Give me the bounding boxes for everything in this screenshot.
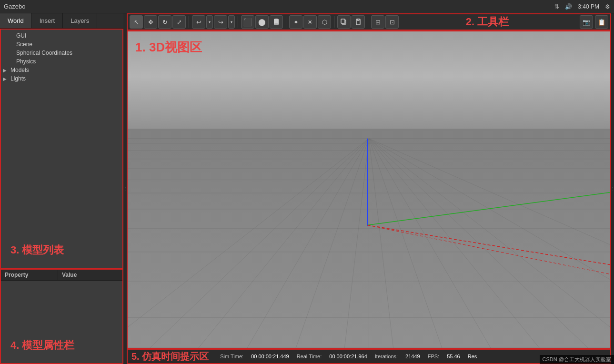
tree-label-lights: Lights (10, 75, 26, 82)
statusbar-label: 5. 仿真时间提示区 (131, 350, 209, 363)
property-panel: Property Value 4. 模型属性栏 (0, 269, 123, 364)
titlebar-right: ⇅ 🔊 3:40 PM ⚙ (554, 3, 610, 10)
sim-time-label: Sim Time: (220, 354, 243, 359)
select-button[interactable]: ↖ (130, 15, 143, 29)
scale-button[interactable]: ⤢ (172, 15, 186, 29)
tree-item-physics[interactable]: Physics (1, 57, 122, 66)
svg-rect-6 (357, 19, 359, 20)
paste-button[interactable] (352, 15, 365, 29)
iterations-label: Iterations: (375, 354, 398, 359)
tree-label-models: Models (10, 67, 29, 73)
insert-cylinder-button[interactable] (270, 15, 283, 29)
tree-label-physics: Physics (16, 58, 36, 65)
toolbar-icons-right: 📷 📋 (580, 15, 608, 29)
spot-light-button[interactable]: ⬡ (318, 15, 331, 29)
tree-label-scene: Scene (16, 41, 32, 48)
property-content-label: 4. 模型属性栏 (3, 333, 82, 358)
iterations-value: 21449 (405, 354, 420, 359)
fps-value: 55.46 (447, 354, 460, 359)
redo-dropdown[interactable]: ▾ (228, 15, 235, 29)
sim-time-value: 00 00:00:21.449 (251, 354, 289, 359)
right-area: ↖ ✥ ↻ ⤢ ↩ ▾ ↪ ▾ ⬛ ⬤ ✦ ☀ ⬡ (127, 13, 611, 364)
clock: 3:40 PM (578, 3, 599, 10)
model-list-label: 3. 模型列表 (3, 237, 71, 263)
sep-3 (286, 16, 286, 28)
insert-sphere-button[interactable]: ⬤ (255, 15, 269, 29)
tree-item-spherical[interactable]: Spherical Coordinates (1, 49, 122, 57)
tree-arrow-models: ▶ (3, 68, 9, 73)
insert-box-button[interactable]: ⬛ (241, 15, 254, 29)
screenshot-button[interactable]: 📷 (580, 15, 593, 29)
tree-label-gui: GUI (16, 32, 26, 39)
toolbar: ↖ ✥ ↻ ⤢ ↩ ▾ ↪ ▾ ⬛ ⬤ ✦ ☀ ⬡ (127, 13, 611, 30)
right-resize-handle[interactable]: ⋮ (611, 13, 614, 364)
world-tree: GUI Scene Spherical Coordinates Physics … (0, 29, 123, 269)
tab-insert[interactable]: Insert (32, 13, 63, 28)
property-header: Property Value (1, 270, 122, 281)
viewport-label: 1. 3D视图区 (135, 39, 202, 56)
tree-item-lights[interactable]: ▶ Lights (1, 74, 122, 83)
fps-label: FPS: (428, 354, 439, 359)
value-col-header: Value (58, 270, 81, 280)
tree-item-gui[interactable]: GUI (1, 31, 122, 40)
undo-button[interactable]: ↩ (192, 15, 205, 29)
redo-button[interactable]: ↪ (214, 15, 227, 29)
left-panel: World Insert Layers GUI Scene Spherical … (0, 13, 124, 364)
toolbar-label: 2. 工具栏 (466, 15, 509, 29)
real-time-value: 00 00:00:21.964 (329, 354, 367, 359)
main-layout: World Insert Layers GUI Scene Spherical … (0, 13, 614, 364)
sep-5 (368, 16, 368, 28)
3d-viewport[interactable]: 1. 3D视图区 (127, 30, 611, 349)
translate-button[interactable]: ✥ (144, 15, 157, 29)
tree-label-spherical: Spherical Coordinates (16, 50, 72, 56)
tree-item-models[interactable]: ▶ Models (1, 66, 122, 74)
svg-point-2 (274, 23, 279, 25)
tree-arrow-lights: ▶ (3, 76, 9, 81)
snap-button[interactable]: ⊡ (385, 15, 399, 29)
svg-rect-4 (341, 19, 345, 23)
dir-light-button[interactable]: ☀ (303, 15, 317, 29)
property-col-header: Property (1, 270, 58, 280)
log-button[interactable]: 📋 (595, 15, 608, 29)
tabs: World Insert Layers (0, 13, 123, 29)
align-button[interactable]: ⊞ (371, 15, 384, 29)
tab-layers[interactable]: Layers (63, 13, 97, 28)
sep-4 (334, 16, 334, 28)
tree-item-scene[interactable]: Scene (1, 40, 122, 49)
titlebar: Gazebo ⇅ 🔊 3:40 PM ⚙ (0, 0, 614, 13)
copy-button[interactable] (337, 15, 351, 29)
point-light-button[interactable]: ✦ (289, 15, 302, 29)
app-title: Gazebo (4, 3, 26, 10)
rotate-button[interactable]: ↻ (158, 15, 171, 29)
undo-dropdown[interactable]: ▾ (206, 15, 213, 29)
csdn-credit: CSDN @合工大机器人实验室 (540, 355, 614, 364)
reset-label: Res (468, 354, 477, 359)
sep-2 (238, 16, 238, 28)
upload-icon: ⇅ (554, 3, 559, 10)
sep-1 (189, 16, 189, 28)
statusbar: 5. 仿真时间提示区 Sim Time: 00 00:00:21.449 Rea… (127, 349, 611, 364)
scene-svg (128, 31, 610, 348)
real-time-label: Real Time: (297, 354, 322, 359)
tab-world[interactable]: World (0, 13, 32, 28)
settings-icon: ⚙ (605, 3, 610, 10)
volume-icon: 🔊 (565, 3, 572, 10)
